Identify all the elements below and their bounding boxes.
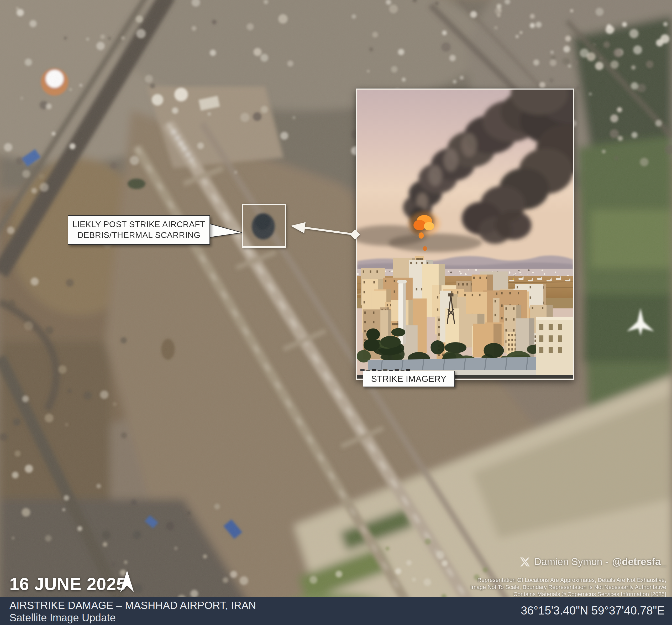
inset-caption-text: STRIKE IMAGERY [371, 374, 447, 384]
attribution-handle: @detresfa_ [612, 556, 666, 568]
north-arrow-icon [119, 569, 136, 594]
distant-city-band [357, 269, 573, 277]
callout-line1: LIEKLY POST STRIKE AIRCRAFT [71, 219, 207, 230]
footer-subtitle: Satellite Image Update [9, 611, 116, 624]
strike-photo-inset [356, 89, 574, 380]
footer-title: AIRSTRIKE DAMAGE – MASHHAD AIRPORT, IRAN [9, 599, 256, 612]
date-stamp: 16 JUNE 2025 [9, 574, 126, 594]
disclaimer-line2: Image Not To Scale, Boundary Representat… [470, 584, 666, 591]
callout-label: LIEKLY POST STRIKE AIRCRAFT DEBRIS/THERM… [68, 215, 210, 245]
disclaimer-line1: Representation Of Locations Are Approxim… [470, 577, 666, 584]
x-logo-icon [520, 556, 530, 568]
foreground-building [536, 317, 573, 379]
attribution: Damien Symon - @detresfa_ [520, 556, 666, 568]
annotated-satellite-image: LIEKLY POST STRIKE AIRCRAFT DEBRIS/THERM… [0, 0, 672, 625]
footer-bar: AIRSTRIKE DAMAGE – MASHHAD AIRPORT, IRAN… [0, 597, 672, 625]
footer-coordinates: 36°15'3.40"N 59°37'40.78"E [521, 604, 665, 617]
attribution-author: Damien Symon - [534, 556, 608, 568]
strike-photo [357, 90, 573, 379]
inset-caption: STRIKE IMAGERY [363, 371, 455, 387]
callout-line2: DEBRIS/THERMAL SCARRING [71, 230, 207, 240]
target-box [242, 204, 286, 248]
disclaimer: Representation Of Locations Are Approxim… [470, 577, 666, 598]
